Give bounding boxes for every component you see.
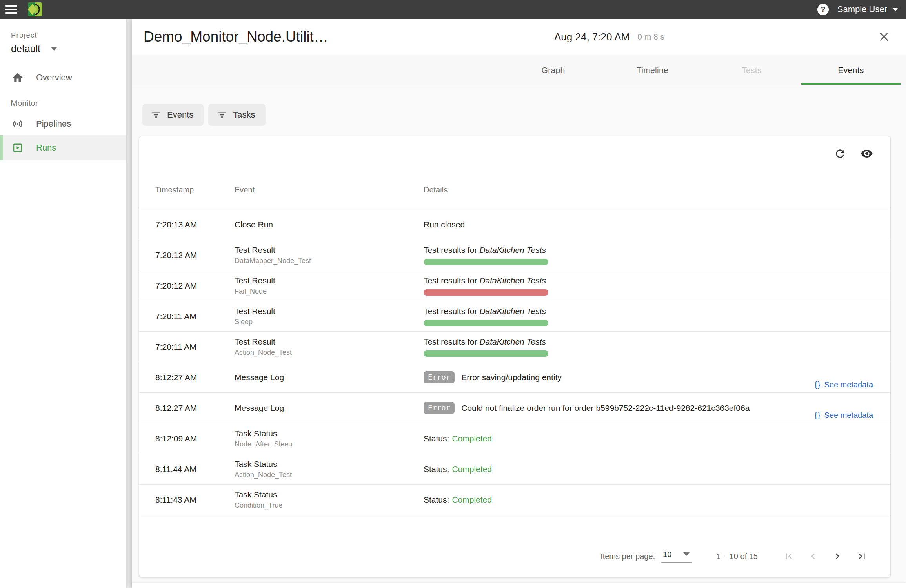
test-suite-name: DataKitchen Tests <box>479 337 546 346</box>
pagination-nav <box>783 550 868 562</box>
event-subtitle: Action_Node_Test <box>235 348 424 357</box>
last-page-button[interactable] <box>856 550 868 562</box>
row-details: Status:Completed <box>424 485 873 515</box>
row-timestamp: 7:20:11 AM <box>155 312 235 321</box>
event-type-label: Message Log <box>235 373 424 382</box>
tab-graph[interactable]: Graph <box>504 55 603 85</box>
event-type-label: Task Status <box>235 459 424 469</box>
project-label: Project <box>11 31 115 40</box>
status-detail: Status:Completed <box>424 495 873 505</box>
status-value: Completed <box>452 434 492 443</box>
test-result-bar <box>424 259 548 265</box>
row-event: Test ResultSleep <box>235 307 424 326</box>
test-result-text: Test results for DataKitchen Tests <box>424 245 873 255</box>
sidebar-item-overview[interactable]: Overview <box>0 66 126 89</box>
see-metadata-label: See metadata <box>824 411 873 420</box>
code-braces-icon: {} <box>814 410 820 420</box>
close-icon <box>877 30 891 44</box>
project-block: Project default <box>0 19 126 54</box>
table-header: Timestamp Event Details <box>139 171 890 209</box>
error-badge: Error <box>424 371 455 383</box>
next-page-button[interactable] <box>831 550 843 562</box>
sidebar-item-label: Runs <box>36 143 56 153</box>
row-timestamp: 8:12:27 AM <box>155 403 235 413</box>
event-type-label: Task Status <box>235 490 424 499</box>
sidebar: Project default Overview Monitor Pipelin… <box>0 19 126 588</box>
test-suite-name: DataKitchen Tests <box>479 307 546 316</box>
table-row: 7:20:11 AMTest ResultAction_Node_TestTes… <box>139 332 890 362</box>
status-value: Completed <box>452 465 492 474</box>
row-details: Test results for DataKitchen Tests <box>424 240 873 270</box>
see-metadata-label: See metadata <box>824 380 873 389</box>
chip-label: Tasks <box>233 110 255 120</box>
status-detail: Status:Completed <box>424 465 873 474</box>
project-select[interactable]: default <box>11 43 115 54</box>
tab-timeline[interactable]: Timeline <box>603 55 702 85</box>
event-type-label: Test Result <box>235 276 424 285</box>
menu-icon[interactable] <box>5 5 19 14</box>
status-value: Completed <box>452 495 492 504</box>
row-details: ErrorError saving/updating entity{}See m… <box>424 362 873 392</box>
refresh-button[interactable] <box>834 147 846 160</box>
see-metadata-link[interactable]: {}See metadata <box>814 410 873 420</box>
test-result-text: Test results for DataKitchen Tests <box>424 276 873 285</box>
event-subtitle: Node_After_Sleep <box>235 440 424 448</box>
row-timestamp: 7:20:12 AM <box>155 281 235 290</box>
table-row: 8:11:44 AMTask StatusAction_Node_TestSta… <box>139 454 890 485</box>
log-detail: ErrorCould not finalize order run for or… <box>424 393 873 423</box>
chevron-down-icon <box>51 47 57 51</box>
runs-icon <box>12 142 24 154</box>
event-subtitle: Sleep <box>235 318 424 326</box>
event-type-label: Task Status <box>235 429 424 438</box>
error-badge: Error <box>424 402 455 414</box>
events-content: Events Tasks Timestamp <box>132 104 906 577</box>
sidebar-item-runs[interactable]: Runs <box>0 135 126 160</box>
row-event: Test ResultDataMapper_Node_Test <box>235 245 424 265</box>
row-event: Close Run <box>235 220 424 229</box>
items-per-page-label: Items per page: <box>600 552 655 561</box>
sidebar-item-pipelines[interactable]: Pipelines <box>0 113 126 135</box>
filter-tasks-chip[interactable]: Tasks <box>208 104 265 126</box>
last-page-icon <box>856 550 868 562</box>
filter-events-chip[interactable]: Events <box>142 104 204 126</box>
close-button[interactable] <box>877 30 891 44</box>
eye-icon <box>861 147 873 160</box>
help-button[interactable]: ? <box>817 4 829 15</box>
items-per-page-select[interactable]: 10 <box>661 550 692 563</box>
visibility-button[interactable] <box>861 147 873 160</box>
table-body: 7:20:13 AMClose RunRun closed7:20:12 AMT… <box>139 209 890 515</box>
chip-label: Events <box>167 110 193 120</box>
datakitchen-logo-icon <box>27 2 42 17</box>
row-details: Status:Completed <box>424 454 873 484</box>
test-result-bar <box>424 289 548 296</box>
table-row: 7:20:12 AMTest ResultFail_NodeTest resul… <box>139 270 890 301</box>
event-type-label: Test Result <box>235 307 424 316</box>
table-row: 8:12:27 AMMessage LogErrorError saving/u… <box>139 362 890 393</box>
status-detail: Status:Completed <box>424 434 873 443</box>
log-message: Could not finalize order run for order b… <box>461 403 750 413</box>
row-timestamp: 8:11:43 AM <box>155 495 235 505</box>
events-table-card: Timestamp Event Details 7:20:13 AMClose … <box>139 136 890 577</box>
run-start-time: Aug 24, 7:20 AM <box>554 31 629 43</box>
user-name: Sample User <box>837 4 887 15</box>
row-details: Test results for DataKitchen Tests <box>424 270 873 301</box>
column-header-details: Details <box>424 185 873 194</box>
test-suite-name: DataKitchen Tests <box>479 276 546 285</box>
run-title: Demo_Monitor_Node.Utilit… <box>144 29 328 45</box>
row-timestamp: 7:20:11 AM <box>155 342 235 352</box>
row-event: Task StatusAction_Node_Test <box>235 459 424 479</box>
filter-icon <box>217 110 227 120</box>
user-menu[interactable]: Sample User <box>837 4 898 15</box>
status-label: Status: <box>424 465 449 474</box>
chevron-down-icon <box>683 552 690 556</box>
items-per-page-value: 10 <box>663 550 671 559</box>
app-window: ? Sample User Project default Overview M… <box>0 0 906 588</box>
row-event: Message Log <box>235 373 424 382</box>
row-event: Test ResultFail_Node <box>235 276 424 296</box>
chevron-down-icon <box>893 8 898 11</box>
event-subtitle: Action_Node_Test <box>235 471 424 479</box>
see-metadata-link[interactable]: {}See metadata <box>814 380 873 389</box>
status-label: Status: <box>424 434 449 443</box>
tab-events[interactable]: Events <box>801 55 901 85</box>
row-timestamp: 8:11:44 AM <box>155 465 235 474</box>
